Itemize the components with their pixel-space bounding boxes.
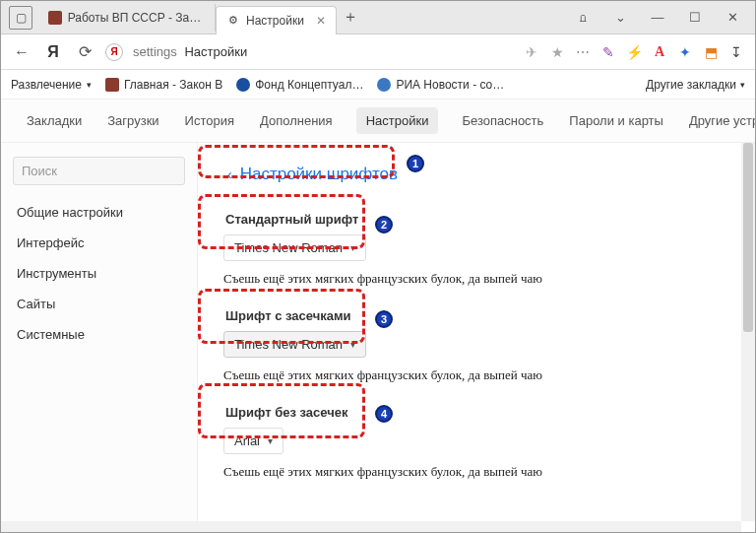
font-sample-text: Съешь ещё этих мягких французских булок,… bbox=[220, 367, 733, 383]
subtab-passwords[interactable]: Пароли и карты bbox=[567, 107, 665, 134]
bookmark-folder-entertainment[interactable]: Развлечение ▾ bbox=[11, 78, 92, 92]
font-dropdown-sans[interactable]: Arial ▾ bbox=[223, 428, 284, 454]
minimize-button[interactable]: — bbox=[643, 6, 672, 30]
new-tab-button[interactable]: ＋ bbox=[337, 4, 364, 32]
subtab-history[interactable]: История bbox=[183, 107, 236, 134]
vertical-scrollbar[interactable] bbox=[741, 143, 755, 521]
site-identity-icon[interactable]: Я bbox=[105, 43, 123, 61]
section-label: Шрифт без засечек bbox=[220, 401, 733, 422]
window-controls: ⩍ ⌄ — ☐ ✕ bbox=[568, 6, 755, 30]
font-sample-text: Съешь ещё этих мягких французских булок,… bbox=[220, 271, 733, 287]
sidebar-toggle-icon[interactable] bbox=[9, 6, 32, 30]
close-tab-icon[interactable]: ✕ bbox=[316, 14, 326, 28]
horizontal-scrollbar[interactable] bbox=[1, 521, 741, 532]
bookmark-item[interactable]: РИА Новости - со… bbox=[377, 78, 504, 92]
font-a-icon[interactable]: A bbox=[651, 43, 668, 61]
sidebar-item-system[interactable]: Системные bbox=[1, 319, 197, 350]
sidebar-item-sites[interactable]: Сайты bbox=[1, 289, 197, 319]
settings-sidebar: Поиск Общие настройки Интерфейс Инструме… bbox=[1, 143, 198, 522]
sidebar-item-interface[interactable]: Интерфейс bbox=[1, 228, 197, 258]
favicon-icon bbox=[48, 11, 62, 25]
chevron-down-icon: ▾ bbox=[268, 435, 273, 446]
page-title: Настройки шрифтов bbox=[240, 165, 398, 184]
pencil-icon[interactable]: ✎ bbox=[599, 43, 617, 61]
yandex-home-button[interactable]: Я bbox=[42, 41, 64, 63]
bookmark-label: Фонд Концептуал… bbox=[255, 78, 363, 92]
app-icon[interactable]: ⬒ bbox=[702, 43, 720, 61]
url-display[interactable]: settings Настройки bbox=[133, 44, 247, 59]
browser-tab-1[interactable]: ⚙ Настройки ✕ bbox=[216, 6, 337, 34]
main-area: Поиск Общие настройки Интерфейс Инструме… bbox=[1, 143, 755, 522]
other-bookmarks-button[interactable]: Другие закладки ▾ bbox=[646, 78, 745, 92]
reload-button[interactable]: ⟳ bbox=[74, 41, 95, 63]
url-path: Настройки bbox=[184, 44, 247, 59]
chevron-left-icon: ‹ bbox=[227, 167, 232, 182]
font-dropdown-serif[interactable]: Times New Roman ▾ bbox=[223, 331, 366, 358]
dropdown-value: Times New Roman bbox=[234, 337, 343, 352]
chevron-down-icon: ▾ bbox=[87, 80, 92, 90]
star-ext-icon[interactable]: ✦ bbox=[676, 43, 694, 61]
window-titlebar: Работы ВП СССР - Закон ⚙ Настройки ✕ ＋ ⩍… bbox=[1, 1, 755, 34]
font-dropdown-standard[interactable]: Times New Roman ▾ bbox=[223, 234, 366, 261]
dropdown-value: Times New Roman bbox=[234, 240, 343, 255]
reader-icon[interactable]: ⩍ bbox=[568, 6, 598, 30]
download-icon[interactable]: ↧ bbox=[727, 43, 745, 61]
plane-icon[interactable]: ✈ bbox=[523, 43, 540, 61]
settings-subtabs: Закладки Загрузки История Дополнения Нас… bbox=[1, 100, 755, 143]
browser-tab-0[interactable]: Работы ВП СССР - Закон bbox=[38, 4, 216, 32]
bookmark-item[interactable]: Главная - Закон В bbox=[105, 78, 222, 92]
font-section-serif: Шрифт с засечками Times New Roman ▾ Съеш… bbox=[220, 304, 733, 383]
search-placeholder: Поиск bbox=[22, 164, 57, 178]
bookmarks-bar: Развлечение ▾ Главная - Закон В Фонд Кон… bbox=[1, 70, 755, 100]
bookmark-label: Главная - Закон В bbox=[124, 78, 222, 92]
dropdown-icon[interactable]: ⌄ bbox=[605, 6, 635, 30]
scrollbar-thumb[interactable] bbox=[743, 143, 753, 332]
settings-content: ‹ Настройки шрифтов Стандартный шрифт Ti… bbox=[198, 143, 755, 522]
other-bookmarks-label: Другие закладки bbox=[646, 78, 736, 92]
close-window-button[interactable]: ✕ bbox=[718, 6, 747, 30]
back-to-settings-link[interactable]: ‹ Настройки шрифтов bbox=[220, 159, 733, 190]
maximize-button[interactable]: ☐ bbox=[680, 6, 710, 30]
font-sample-text: Съешь ещё этих мягких французских булок,… bbox=[220, 464, 733, 480]
font-section-sans: Шрифт без засечек Arial ▾ Съешь ещё этих… bbox=[220, 401, 733, 480]
url-host: settings bbox=[133, 44, 177, 59]
subtab-other-devices[interactable]: Другие устройст bbox=[687, 107, 755, 134]
subtab-downloads[interactable]: Загрузки bbox=[105, 107, 160, 134]
favicon-icon bbox=[377, 78, 391, 92]
subtab-settings[interactable]: Настройки bbox=[356, 107, 439, 134]
section-label: Стандартный шрифт bbox=[220, 208, 733, 229]
tab-label: Работы ВП СССР - Закон bbox=[68, 11, 205, 25]
back-button[interactable]: ← bbox=[11, 41, 32, 63]
tab-label: Настройки bbox=[246, 14, 304, 28]
subtab-bookmarks[interactable]: Закладки bbox=[25, 107, 84, 134]
more-icon[interactable]: ⋯ bbox=[574, 43, 592, 61]
sidebar-item-general[interactable]: Общие настройки bbox=[1, 197, 197, 228]
chevron-down-icon: ▾ bbox=[740, 80, 745, 90]
sidebar-item-tools[interactable]: Инструменты bbox=[1, 258, 197, 289]
bookmark-item[interactable]: Фонд Концептуал… bbox=[236, 78, 363, 92]
dropdown-value: Arial bbox=[234, 433, 260, 448]
favicon-icon bbox=[236, 78, 250, 92]
chevron-down-icon: ▾ bbox=[350, 339, 355, 350]
section-label: Шрифт с засечками bbox=[220, 304, 733, 325]
favicon-icon bbox=[105, 78, 119, 92]
toolbar-right: ✈ ★ ⋯ ✎ ⚡ A ✦ ⬒ ↧ bbox=[523, 43, 745, 61]
subtab-addons[interactable]: Дополнения bbox=[258, 107, 335, 134]
chevron-down-icon: ▾ bbox=[350, 242, 355, 253]
gear-icon: ⚙ bbox=[226, 14, 240, 28]
bookmark-label: Развлечение bbox=[11, 78, 82, 92]
bolt-icon[interactable]: ⚡ bbox=[625, 43, 643, 61]
subtab-security[interactable]: Безопасность bbox=[460, 107, 545, 134]
font-section-standard: Стандартный шрифт Times New Roman ▾ Съеш… bbox=[220, 208, 733, 287]
bookmark-label: РИА Новости - со… bbox=[396, 78, 504, 92]
address-bar: ← Я ⟳ Я settings Настройки ✈ ★ ⋯ ✎ ⚡ A ✦… bbox=[1, 34, 755, 70]
bookmark-icon[interactable]: ★ bbox=[548, 43, 566, 61]
search-input[interactable]: Поиск bbox=[13, 157, 185, 185]
